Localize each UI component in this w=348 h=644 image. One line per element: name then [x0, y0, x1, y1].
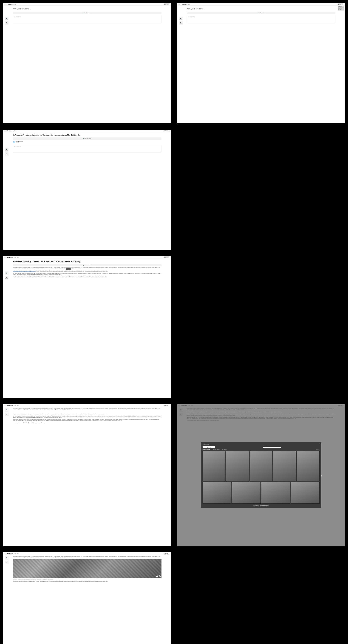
insert-video-tool[interactable]: ▶Insert Video [5, 152, 9, 156]
insert-video-tool[interactable]: ▶Insert Video [5, 412, 9, 416]
close-icon[interactable]: ✕ [319, 443, 320, 445]
story-textarea[interactable]: Start your story here...⋰ [13, 15, 161, 23]
video-icon: ▶ [6, 561, 7, 563]
headline-input[interactable] [187, 7, 335, 11]
status-draft: DraftSaved [14, 553, 19, 554]
resize-handle[interactable]: ⋰ [160, 22, 161, 22]
upload-file-button[interactable]: Upload File [203, 446, 215, 448]
author-row: 👤 First Namelast Contributor [13, 141, 161, 144]
article-body[interactable]: Lorem ipsum dolor sit amet, consectetur … [13, 556, 161, 582]
media-thumb[interactable] [203, 451, 225, 482]
resize-handle[interactable]: ⋰ [160, 151, 161, 152]
carousel-next-icon[interactable]: › [321, 474, 322, 476]
insert-photo-tool[interactable]: 📷Insert Photo [179, 17, 183, 20]
publish-button[interactable]: PUBLISH⌄ [163, 130, 170, 132]
image-edit-button[interactable]: ✎ [159, 576, 161, 577]
topbar: ‹ ForbesPress DraftSaved PUBLISH⌄ [3, 256, 171, 259]
media-thumb[interactable] [232, 482, 261, 504]
insert-feature-image[interactable]: 📷Insert Feature Image [187, 12, 335, 14]
camera-icon: 📷 [83, 138, 84, 139]
insert-photo-tool[interactable]: 📷Insert Photo [5, 408, 9, 412]
insert-video-tool[interactable]: ▶Insert Video [5, 560, 9, 564]
camera-icon: 📷 [83, 264, 84, 266]
media-thumb[interactable] [291, 482, 319, 504]
camera-icon: 📷 [6, 18, 8, 19]
media-search-input[interactable] [263, 447, 281, 448]
media-thumb[interactable] [250, 451, 272, 482]
publish-button[interactable]: PUBLISH⌄ [163, 4, 170, 5]
back-button[interactable]: ‹ [4, 256, 6, 258]
insert-photo-tool[interactable]: 📷Insert Photo [5, 556, 9, 560]
back-button[interactable]: ‹ [4, 4, 6, 5]
insert-photo-tool[interactable]: 📷Insert Photo [5, 148, 9, 152]
image-size-button[interactable]: S [156, 576, 158, 577]
chevron-down-icon: ⌄ [342, 4, 343, 5]
publish-button[interactable]: PUBLISH⌄ [163, 256, 170, 258]
video-icon: ▶ [180, 22, 181, 23]
modal-overlay[interactable]: ✕ Insert Media Upload File SEARCH RECENT… [177, 404, 345, 546]
headline-text[interactable]: As Venmo's Popularity Explodes, Its Cust… [13, 260, 161, 263]
editor-with-image: ‹ ForbesPress DraftSaved PUBLISH⌄ 📷Inser… [3, 552, 171, 644]
back-button[interactable]: ‹ [4, 404, 6, 406]
media-thumb[interactable] [273, 451, 296, 482]
side-toolbar: 📷Insert Photo ▶Insert Video [5, 408, 9, 417]
headline-input[interactable] [13, 7, 161, 11]
back-button[interactable]: ‹ [178, 4, 180, 5]
article-body[interactable]: Lorem ipsum dolor sit amet, consectetur … [13, 267, 161, 278]
insert-video-tool[interactable]: ▶Insert Video [5, 21, 9, 25]
article-image[interactable]: S ✎ [13, 560, 161, 578]
insert-feature-image[interactable]: 📷Insert Feature Image [13, 138, 161, 140]
insert-into-post-button[interactable]: Insert into post [260, 505, 269, 506]
insert-feature-image[interactable]: 📷Insert Feature Image [13, 12, 161, 14]
camera-icon: 📷 [6, 272, 8, 274]
story-textarea[interactable]: Start your story here...⋰ [187, 15, 335, 23]
topbar: ‹ ForbesPress Draft PUBLISH⌄ [3, 3, 171, 6]
media-thumb[interactable] [203, 482, 231, 504]
media-thumb-grid-2 [203, 482, 319, 504]
chevron-down-icon: ⌄ [168, 4, 169, 5]
chevron-down-icon: ⌄ [168, 405, 169, 406]
topbar: ‹ ForbesPress DraftSaved PUBLISH⌄ [3, 552, 171, 555]
logo: ForbesPress [7, 405, 13, 406]
tab-my-library[interactable]: MY LIBRARY [222, 449, 227, 450]
media-thumb[interactable] [226, 451, 249, 482]
headline-text[interactable]: As Venmo's Popularity Explodes, Its Cust… [13, 134, 161, 136]
editor-empty: ‹ ForbesPress Draft PUBLISH⌄ 📷Insert Fea… [3, 3, 171, 124]
logo: ForbesPress [7, 4, 13, 5]
image-caption[interactable]: Venmo has hired 100 customer service rep… [13, 579, 161, 580]
insert-media-modal: ✕ Insert Media Upload File SEARCH RECENT… [201, 442, 321, 508]
insert-photo-tool[interactable]: 📷Insert Photo [5, 271, 9, 275]
status-draft: Draft [14, 4, 16, 5]
insert-video-tool[interactable]: ▶Insert Video [179, 21, 183, 25]
resize-handle[interactable]: ⋰ [334, 22, 335, 22]
inline-format-toolbar: BIU🔗 [66, 268, 71, 270]
back-button[interactable]: ‹ [4, 553, 6, 554]
cancel-button[interactable]: Cancel [253, 505, 259, 506]
camera-icon: 📷 [257, 12, 258, 13]
tab-recently-added[interactable]: RECENTLY ADDED [213, 449, 219, 450]
text-cursor: | [13, 412, 161, 413]
media-thumb[interactable] [296, 451, 319, 482]
article-body[interactable]: Lorem ipsum dolor sit amet, consectetur … [13, 408, 161, 424]
publish-button[interactable]: PUBLISH⌄ [337, 4, 344, 5]
link-tool[interactable]: 🔗 [70, 268, 71, 270]
italic-tool[interactable]: I [67, 268, 69, 270]
back-button[interactable]: ‹ [4, 130, 6, 132]
topbar: ‹ ForbesPress Draft PUBLISH⌄ [177, 3, 345, 6]
tab-recently-uploaded[interactable]: RECENTLY UPLOADED [203, 449, 210, 450]
media-thumb[interactable] [261, 482, 290, 504]
underline-tool[interactable]: U [69, 268, 70, 270]
publish-button[interactable]: PUBLISH⌄ [163, 553, 170, 554]
chevron-down-icon: ⌄ [168, 257, 169, 258]
story-textarea[interactable]: Start your story here...⋰ [13, 145, 161, 152]
search-label: SEARCH [263, 446, 319, 446]
publish-button[interactable]: PUBLISH⌄ [163, 404, 170, 406]
sort-by-dropdown[interactable]: SORT BY ▾ [316, 449, 319, 450]
media-thumb-grid [203, 451, 319, 482]
insert-photo-tool[interactable]: 📷Insert Photo [5, 17, 9, 20]
chevron-down-icon: ⌄ [168, 130, 169, 131]
insert-video-tool[interactable]: ▶Insert Video [5, 276, 9, 280]
bold-tool[interactable]: B [66, 268, 67, 270]
side-toolbar: 📷Insert Photo ▶Insert Video [5, 148, 9, 157]
insert-feature-image[interactable]: 📷Insert Feature Image [13, 264, 161, 266]
